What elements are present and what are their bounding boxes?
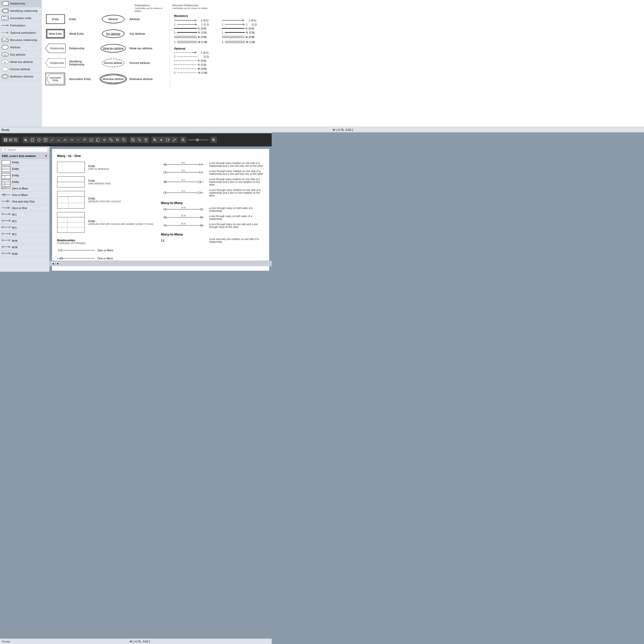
process-tool-btn[interactable] bbox=[82, 137, 88, 143]
svg-line-246 bbox=[165, 216, 167, 217]
sidebar-item-identifying-relationship[interactable]: Identifying relationship bbox=[0, 7, 41, 15]
bezier-tool-btn[interactable] bbox=[62, 137, 68, 143]
crow-item-one-and-only-one[interactable]: One and only One bbox=[0, 198, 49, 205]
svg-rect-87 bbox=[111, 140, 112, 141]
sidebar-item-multivalue-attribute[interactable]: Multivalue attribute bbox=[0, 73, 41, 80]
key-attribute-icon: Key bbox=[2, 52, 9, 57]
identifying-relationship-icon bbox=[2, 8, 9, 14]
connect-tool-btn[interactable] bbox=[69, 137, 75, 143]
svg-line-223 bbox=[165, 181, 167, 182]
mandatory-label: Mandatory bbox=[174, 14, 272, 17]
svg-line-203 bbox=[61, 258, 62, 260]
ellipse-tool-btn[interactable] bbox=[36, 137, 42, 143]
bottom-next-btn[interactable]: ▶ bbox=[56, 261, 60, 266]
sidebar-item-weak-key-attribute[interactable]: Wk Weak key attribute bbox=[0, 58, 41, 66]
m1-notation-4: M:1 bbox=[161, 190, 206, 195]
section-header[interactable]: ERD, crow's foot notation ✕ bbox=[0, 153, 49, 159]
zoom-reset-btn[interactable] bbox=[211, 137, 217, 143]
close-section-btn[interactable]: ✕ bbox=[45, 154, 47, 158]
zoom-slider-thumb[interactable] bbox=[196, 138, 199, 141]
relationship-icon bbox=[2, 1, 9, 6]
multivalue-attribute-icon bbox=[2, 74, 9, 79]
bottom-prev-btn[interactable]: ◀ bbox=[51, 261, 55, 266]
zoom-in-btn[interactable] bbox=[152, 137, 158, 143]
entity-shape: Entity bbox=[46, 14, 65, 24]
svg-marker-83 bbox=[104, 140, 105, 141]
sidebar-item-associative-entity[interactable]: Associative entity bbox=[0, 15, 41, 22]
sidebar-item-derived-attribute[interactable]: Derived attribute bbox=[0, 66, 41, 73]
svg-point-236 bbox=[164, 208, 166, 210]
move-tool-btn[interactable] bbox=[101, 137, 107, 143]
display-tool-btn[interactable] bbox=[88, 137, 94, 143]
sidebar-item-participation[interactable]: Participation bbox=[0, 22, 41, 29]
crow-item-mm-a[interactable]: M:M bbox=[0, 237, 49, 244]
line-tool-btn[interactable] bbox=[49, 137, 55, 143]
key-attribute-label: Key attribute bbox=[130, 32, 145, 35]
sidebar-item-optional-participation[interactable]: Optional participation bbox=[0, 29, 41, 36]
mm-desc-2: a one through many on both sides of a re… bbox=[209, 215, 264, 220]
svg-point-171 bbox=[2, 239, 3, 241]
svg-line-116 bbox=[5, 150, 6, 151]
curve-tool-btn[interactable] bbox=[56, 137, 62, 143]
sidebar-item-attribute[interactable]: Attribute bbox=[0, 44, 41, 51]
rect-tool-btn[interactable] bbox=[29, 137, 35, 143]
sidebar-item-attribute-label: Attribute bbox=[10, 46, 20, 49]
crow-item-zero-or-more[interactable]: Zero or More bbox=[0, 185, 49, 192]
mm-b-icon bbox=[2, 245, 11, 250]
back-tool-btn[interactable] bbox=[121, 137, 127, 143]
crow-item-mm-c[interactable]: M:M bbox=[0, 251, 49, 257]
select-tool-btn[interactable] bbox=[23, 137, 29, 143]
flow-tool-btn[interactable] bbox=[75, 137, 81, 143]
mm-notation-3: M:M bbox=[161, 223, 206, 228]
one-or-more-icon bbox=[2, 193, 11, 197]
search-input[interactable] bbox=[7, 148, 46, 151]
optional-participation-icon bbox=[2, 30, 9, 35]
crow-item-m1-a[interactable]: M:1 bbox=[0, 211, 49, 218]
crow-item-m1-d[interactable]: M:1 bbox=[0, 231, 49, 237]
pen-btn[interactable] bbox=[171, 137, 177, 143]
zoom-out-btn[interactable] bbox=[180, 137, 186, 143]
table-tool-btn[interactable] bbox=[43, 137, 49, 143]
list-view-btn[interactable] bbox=[8, 138, 13, 142]
sidebar-item-key-attribute[interactable]: Key Key attribute bbox=[0, 51, 41, 58]
crow-item-m1-c[interactable]: M:1 bbox=[0, 224, 49, 231]
crow-item-mm-b[interactable]: M:M bbox=[0, 244, 49, 251]
copy-tool-btn[interactable] bbox=[95, 137, 101, 143]
canvas-inner: Many - to - One Entity (with no attribut… bbox=[52, 149, 269, 271]
crow-item-zero-or-one[interactable]: Zero or One bbox=[0, 205, 49, 211]
group-btn[interactable] bbox=[130, 137, 136, 143]
arrange-tool-btn[interactable] bbox=[108, 137, 114, 143]
sidebar-item-recursive-relationship[interactable]: Recursive relationship bbox=[0, 36, 41, 44]
sidebar-item-relationship[interactable]: Relationship bbox=[0, 0, 41, 7]
search-bar[interactable] bbox=[2, 147, 48, 152]
mm-b-label: M:M bbox=[12, 246, 17, 249]
svg-rect-59 bbox=[6, 138, 7, 140]
one-one-label: 1:1 bbox=[161, 239, 164, 242]
pan-btn[interactable] bbox=[158, 137, 164, 143]
front-tool-btn[interactable] bbox=[114, 137, 120, 143]
crow-item-m1-b[interactable]: M:1 bbox=[0, 218, 49, 224]
bottom-half: ERD, crow's foot notation ✕ Entity Entit… bbox=[0, 146, 272, 272]
m1-d-label: M:1 bbox=[12, 233, 17, 236]
crow-item-one-or-more[interactable]: One or More bbox=[0, 192, 49, 198]
svg-point-214 bbox=[164, 171, 166, 173]
svg-line-202 bbox=[61, 257, 62, 258]
relationships-title: Relationships bbox=[57, 239, 153, 242]
svg-rect-88 bbox=[116, 139, 118, 141]
ungroup-btn[interactable] bbox=[136, 137, 142, 143]
entity-attr-sublabel: (with attributes field) bbox=[88, 182, 111, 185]
svg-text:M:1: M:1 bbox=[182, 170, 185, 172]
crow-item-entity-variable[interactable]: Entity bbox=[0, 179, 49, 185]
crow-item-entity-with-columns[interactable]: Entity bbox=[0, 172, 49, 179]
svg-text:M:1: M:1 bbox=[182, 162, 185, 164]
annotate-btn[interactable] bbox=[165, 137, 171, 143]
search-view-btn[interactable] bbox=[13, 138, 18, 142]
m1-c-label: M:1 bbox=[12, 226, 17, 229]
crow-item-entity-simple[interactable]: Entity bbox=[0, 159, 49, 166]
zero-or-more-demo bbox=[57, 248, 95, 253]
svg-line-207 bbox=[164, 165, 165, 166]
crow-item-entity-with-attr[interactable]: Entity bbox=[0, 166, 49, 172]
grid-view-btn[interactable] bbox=[3, 138, 8, 142]
delete-btn[interactable] bbox=[143, 137, 149, 143]
entity-simple-demo bbox=[57, 162, 85, 173]
